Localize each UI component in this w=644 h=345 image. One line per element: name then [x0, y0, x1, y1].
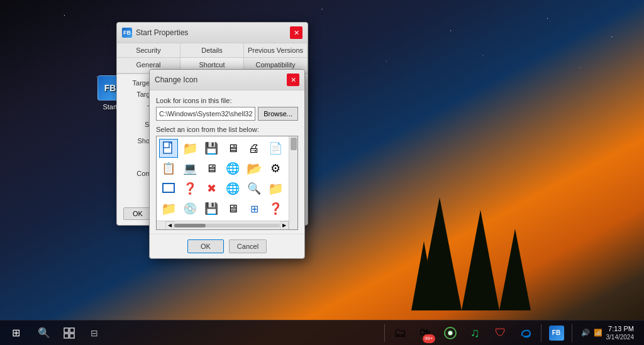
- ci-cancel-btn[interactable]: Cancel: [229, 239, 267, 253]
- ci-icon-search[interactable]: 🔍: [245, 179, 264, 198]
- ci-close-btn[interactable]: ✕: [287, 74, 299, 86]
- svg-rect-4: [64, 328, 69, 332]
- taskbar-store[interactable]: 🛍 99+: [414, 322, 436, 344]
- ci-icon-computer[interactable]: 💻: [180, 159, 199, 178]
- svg-rect-7: [70, 334, 74, 338]
- ci-icon-printer[interactable]: 🖨: [245, 139, 264, 158]
- svg-rect-5: [70, 328, 74, 332]
- network-icon[interactable]: 📶: [594, 329, 602, 337]
- taskbar-edge[interactable]: [514, 322, 537, 344]
- ci-file-row: Browse...: [156, 107, 298, 121]
- desktop-icon-label: Start: [103, 103, 117, 111]
- clock-time: 7:13 PM: [606, 324, 635, 333]
- ci-icon-blank-doc[interactable]: [159, 139, 178, 158]
- start-props-icon: FB: [122, 28, 132, 38]
- chrome-icon: [443, 326, 457, 340]
- ci-icon-folder[interactable]: 📁: [180, 139, 199, 158]
- ci-scroll-thumb: [291, 138, 297, 150]
- ci-icon-gear[interactable]: ⚙: [266, 159, 285, 178]
- spotify-icon: ♫: [470, 326, 480, 340]
- ci-icons-container: 📁 💾 🖥 🖨 📄: [156, 136, 298, 230]
- svg-rect-1: [164, 142, 169, 148]
- ci-icon-grid2[interactable]: ⊞: [245, 199, 264, 218]
- tab-previous-versions[interactable]: Previous Versions: [244, 43, 308, 57]
- ci-icon-monitor[interactable]: 🖥: [223, 199, 242, 218]
- ci-vertical-scrollbar[interactable]: [289, 136, 297, 229]
- svg-rect-3: [163, 183, 174, 192]
- start-props-titlebar: FB Start Properties ✕: [117, 23, 308, 43]
- clock[interactable]: 7:13 PM 3/14/2024: [606, 324, 635, 341]
- ci-icon-disc[interactable]: 💿: [180, 199, 199, 218]
- ci-scroll-right[interactable]: ▶: [280, 221, 289, 230]
- ci-browse-btn[interactable]: Browse...: [258, 107, 298, 121]
- search-icon: 🔍: [38, 327, 50, 339]
- ci-icon-x-red[interactable]: ✖: [202, 179, 221, 198]
- ci-icon-globe2[interactable]: 🌐: [223, 179, 242, 198]
- ci-titlebar: Change Icon ✕: [150, 70, 304, 90]
- taskbar-fb-app[interactable]: FB: [545, 322, 568, 344]
- start-props-title-row: FB Start Properties: [122, 28, 188, 38]
- ci-horizontal-scrollbar[interactable]: ◀ ▶: [157, 221, 297, 229]
- ci-scroll-track: [174, 224, 280, 227]
- ci-scroll-left[interactable]: ◀: [165, 221, 174, 230]
- ci-icon-folder3[interactable]: 📁: [266, 179, 285, 198]
- ci-icon-hdd2[interactable]: 💾: [202, 199, 221, 218]
- taskbar-file-explorer[interactable]: 🗂: [389, 322, 411, 344]
- ci-title: Change Icon: [155, 75, 197, 84]
- taskbar-divider1: [384, 324, 385, 342]
- tab-security[interactable]: Security: [117, 43, 180, 57]
- ci-icon-network[interactable]: 🖥: [202, 159, 221, 178]
- trees-decoration: [361, 172, 550, 310]
- volume-icon[interactable]: 🔊: [581, 329, 590, 337]
- antivirus-icon: 🛡: [495, 326, 506, 339]
- taskbar-chrome[interactable]: [439, 322, 462, 344]
- taskbar-spotify[interactable]: ♫: [464, 322, 487, 344]
- start-props-ok-btn[interactable]: OK: [123, 207, 152, 220]
- change-icon-dialog: Change Icon ✕ Look for icons in this fil…: [149, 69, 305, 259]
- ci-icons-grid: 📁 💾 🖥 🖨 📄: [157, 136, 297, 221]
- ci-icon-folder2[interactable]: 📂: [245, 159, 264, 178]
- tab-details[interactable]: Details: [180, 43, 244, 57]
- clock-date: 3/14/2024: [606, 333, 635, 341]
- ci-file-input[interactable]: [156, 107, 255, 121]
- ci-ok-btn[interactable]: OK: [187, 239, 224, 253]
- ci-icon-folder4[interactable]: 📁: [159, 199, 178, 218]
- file-explorer-icon: 🗂: [394, 326, 406, 340]
- ci-select-label: Select an icon from the list below:: [156, 126, 298, 133]
- taskbar: ⊞ 🔍 ⊟ 🗂 🛍 99+: [0, 320, 644, 345]
- ci-look-for-label: Look for icons in this file:: [156, 97, 298, 104]
- taskbar-widgets-button[interactable]: ⊟: [82, 320, 107, 346]
- taskbar-search-button[interactable]: 🔍: [31, 320, 57, 346]
- edge-icon: [519, 326, 533, 340]
- svg-rect-6: [64, 334, 69, 338]
- ci-icon-hdd[interactable]: 💾: [202, 139, 221, 158]
- taskbar-task-view-button[interactable]: [57, 320, 82, 346]
- taskbar-right-apps: 🗂 🛍 99+ ♫ 🛡 FB: [383, 322, 645, 344]
- widgets-icon: ⊟: [91, 328, 98, 338]
- ci-icon-help[interactable]: ❓: [180, 179, 199, 198]
- ci-footer: OK Cancel: [150, 234, 304, 258]
- start-props-tabs-row1: Security Details Previous Versions: [117, 43, 308, 58]
- taskbar-divider2: [541, 324, 541, 342]
- store-badge: 99+: [423, 334, 435, 343]
- ci-icon-question[interactable]: ❓: [266, 199, 285, 218]
- taskbar-divider3: [572, 324, 572, 342]
- start-props-close-btn[interactable]: ✕: [290, 26, 303, 39]
- ci-body: Look for icons in this file: Browse... S…: [150, 90, 304, 234]
- start-icon: ⊞: [12, 327, 20, 339]
- ci-icon-blue-window[interactable]: [159, 179, 178, 198]
- ci-icon-globe[interactable]: 🌐: [223, 159, 242, 178]
- ci-icon-doc[interactable]: 📄: [266, 139, 285, 158]
- fb-app-icon: FB: [549, 326, 564, 341]
- svg-point-10: [448, 331, 452, 335]
- ci-icon-doc2[interactable]: 📋: [159, 159, 178, 178]
- start-props-title: Start Properties: [136, 28, 188, 37]
- system-tray: 🔊 📶 7:13 PM 3/14/2024: [576, 324, 640, 341]
- task-view-icon: [64, 327, 75, 339]
- taskbar-antivirus[interactable]: 🛡: [489, 322, 512, 344]
- ci-icon-chip[interactable]: 🖥: [223, 139, 242, 158]
- taskbar-start-button[interactable]: ⊞: [0, 320, 31, 346]
